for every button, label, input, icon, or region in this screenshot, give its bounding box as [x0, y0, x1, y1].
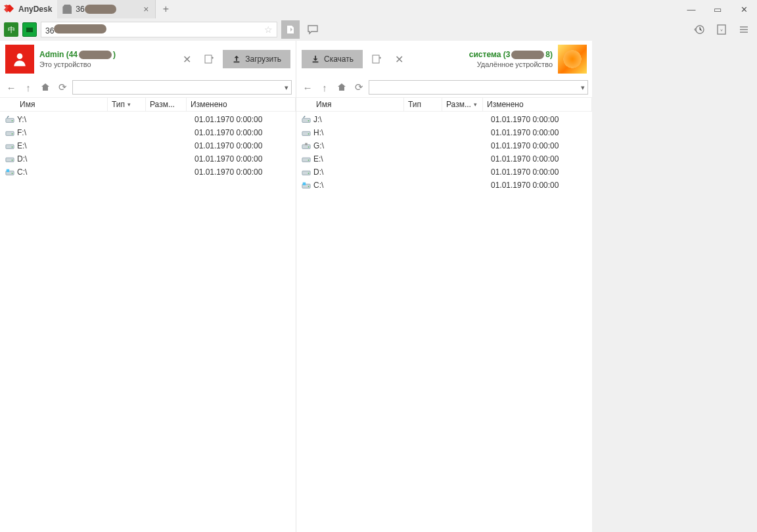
column-type[interactable]: Тип▾ — [108, 98, 146, 111]
svg-point-15 — [12, 173, 13, 174]
drive-name: H:\ — [312, 128, 408, 137]
back-button[interactable]: ← — [300, 80, 315, 95]
svg-rect-5 — [6, 118, 14, 122]
sort-asc-icon: ▾ — [127, 101, 131, 108]
window-minimize-button[interactable]: — — [678, 0, 704, 18]
drive-modified: 01.01.1970 0:00:00 — [191, 154, 296, 164]
session-tab-label: 36 — [76, 5, 137, 14]
drive-row[interactable]: D:\ 01.01.1970 0:00:00 — [300, 166, 592, 179]
drive-name: J:\ — [312, 115, 408, 124]
column-name[interactable]: Имя — [16, 98, 108, 111]
redacted — [54, 24, 106, 33]
svg-rect-1 — [718, 25, 725, 34]
drive-row[interactable]: D:\ 01.01.1970 0:00:00 — [4, 152, 296, 166]
remote-close-button[interactable]: ✕ — [390, 51, 407, 68]
local-new-folder-button[interactable] — [200, 51, 218, 68]
window-maximize-button[interactable]: ▭ — [704, 0, 731, 18]
upload-button[interactable]: Загрузить — [223, 50, 290, 68]
window-close-button[interactable]: ✕ — [731, 0, 757, 18]
drive-icon — [4, 116, 16, 123]
local-rows: Y:\ 01.01.1970 0:00:00 F:\ 01.01.1970 0:… — [0, 112, 296, 179]
home-button[interactable] — [38, 80, 53, 95]
svg-point-24 — [308, 146, 310, 148]
drive-name: E:\ — [312, 154, 408, 164]
home-button[interactable] — [334, 80, 349, 95]
up-button[interactable]: ↑ — [317, 80, 332, 95]
address-bar[interactable]: 36 ☆ — [41, 22, 277, 37]
svg-point-31 — [308, 186, 310, 187]
file-transfer-main: Admin (44) Это устройство ✕ Загрузить ← … — [0, 41, 757, 532]
column-modified[interactable]: Изменено — [483, 98, 592, 111]
column-name[interactable]: Имя — [312, 98, 404, 111]
chevron-down-icon: ▾ — [285, 83, 288, 92]
drive-row[interactable]: F:\ 01.01.1970 0:00:00 — [4, 126, 296, 139]
session-tab[interactable]: 36 × — [57, 0, 156, 18]
svg-point-6 — [12, 120, 13, 122]
svg-rect-3 — [205, 55, 212, 63]
back-button[interactable]: ← — [4, 80, 18, 95]
up-button[interactable]: ↑ — [21, 80, 35, 95]
chat-icon[interactable] — [304, 20, 322, 39]
svg-point-2 — [17, 53, 23, 59]
drive-modified: 01.01.1970 0:00:00 — [487, 181, 592, 190]
drive-icon — [300, 168, 312, 176]
svg-rect-30 — [303, 183, 306, 185]
drive-icon — [4, 168, 16, 176]
connect-button[interactable] — [281, 20, 300, 39]
remote-device-label: Удалённое устройство — [469, 60, 553, 68]
drive-row[interactable]: C:\ 01.01.1970 0:00:00 — [4, 166, 296, 179]
drive-row[interactable]: G:\ 01.01.1970 0:00:00 — [300, 139, 592, 152]
column-type[interactable]: Тип — [404, 98, 442, 111]
svg-rect-17 — [373, 55, 379, 63]
history-icon[interactable] — [690, 20, 708, 39]
svg-rect-20 — [302, 131, 310, 135]
drive-row[interactable]: C:\ 01.01.1970 0:00:00 — [300, 179, 592, 192]
drive-row[interactable]: Y:\ 01.01.1970 0:00:00 — [4, 113, 296, 126]
tab-close-button[interactable]: × — [141, 4, 151, 14]
svg-rect-7 — [6, 131, 14, 135]
remote-path-input[interactable]: ▾ — [369, 80, 588, 95]
address-input[interactable] — [109, 25, 262, 34]
redacted — [79, 51, 112, 59]
drive-name: F:\ — [16, 128, 112, 137]
new-tab-button[interactable]: + — [156, 0, 175, 18]
file-transfer-tab-icon — [62, 5, 72, 14]
svg-point-12 — [12, 160, 13, 161]
local-nav: ← ↑ ⟳ ▾ — [0, 78, 296, 97]
local-pane: Admin (44) Это устройство ✕ Загрузить ← … — [0, 41, 296, 532]
svg-point-8 — [12, 133, 13, 135]
monitor-icon[interactable] — [22, 22, 37, 37]
drive-row[interactable]: E:\ 01.01.1970 0:00:00 — [300, 152, 592, 166]
local-close-button[interactable]: ✕ — [178, 51, 195, 68]
drive-name: C:\ — [16, 167, 112, 177]
drive-modified: 01.01.1970 0:00:00 — [191, 128, 296, 137]
remote-user-name: система (38) — [469, 50, 553, 59]
refresh-button[interactable]: ⟳ — [55, 80, 70, 95]
svg-rect-4 — [234, 62, 240, 63]
drive-modified: 01.01.1970 0:00:00 — [487, 141, 592, 150]
remote-rows: J:\ 01.01.1970 0:00:00 H:\ 01.01.1970 0:… — [296, 112, 592, 192]
favorite-star-icon[interactable]: ☆ — [264, 24, 273, 35]
language-badge[interactable]: 中 — [4, 22, 18, 37]
drive-name: G:\ — [312, 141, 408, 150]
local-table-header: Имя Тип▾ Разм... Изменено — [0, 97, 296, 112]
download-button[interactable]: Скачать — [302, 50, 363, 68]
column-size[interactable]: Разм... — [146, 98, 187, 111]
column-size[interactable]: Разм...▾ — [442, 98, 483, 111]
drive-row[interactable]: E:\ 01.01.1970 0:00:00 — [4, 139, 296, 152]
app-tab[interactable]: AnyDesk — [0, 0, 57, 18]
refresh-button[interactable]: ⟳ — [352, 80, 366, 95]
menu-icon[interactable] — [735, 20, 753, 39]
svg-rect-22 — [302, 144, 310, 148]
drive-row[interactable]: J:\ 01.01.1970 0:00:00 — [300, 113, 592, 126]
svg-point-28 — [308, 173, 310, 174]
local-path-input[interactable]: ▾ — [72, 80, 292, 95]
drive-row[interactable]: H:\ 01.01.1970 0:00:00 — [300, 126, 592, 139]
remote-table-header: Имя Тип Разм...▾ Изменено — [296, 97, 592, 112]
column-modified[interactable]: Изменено — [187, 98, 296, 111]
download-icon[interactable] — [712, 20, 731, 39]
svg-point-21 — [308, 133, 310, 135]
remote-new-folder-button[interactable] — [368, 51, 385, 68]
remote-pane: Скачать ✕ система (38) Удалённое устройс… — [296, 41, 592, 532]
svg-rect-18 — [302, 118, 310, 122]
